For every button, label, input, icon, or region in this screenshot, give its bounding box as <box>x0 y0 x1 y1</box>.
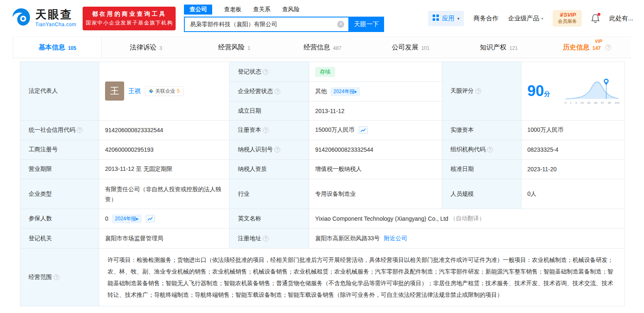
industry-label: 行业 <box>230 179 309 209</box>
promo-line2: 国家中小企业发展子基金旗下机构 <box>83 20 176 27</box>
chevron-down-icon: ▾ <box>541 16 543 21</box>
apps-menu[interactable]: 应用 ▾ <box>428 11 464 26</box>
tianyancha-logo-icon <box>11 7 32 30</box>
org-code-value: 08233325-4 <box>522 140 625 160</box>
user-account[interactable]: 此处有... <box>609 15 633 22</box>
help-icon[interactable]: ? <box>263 236 269 242</box>
credit-code-label: 统一社会信用代码? <box>20 121 99 140</box>
org-code-label: 组织机构代码? <box>442 140 522 160</box>
search-area: 查公司 查老板 查关系 查风险 × 天眼一下 <box>184 5 384 32</box>
svip-member-label: 会员服务 <box>558 19 577 24</box>
tab-history-info[interactable]: VIP 历史信息147 ? <box>543 37 631 58</box>
arrow-right-icon: ▸ <box>136 216 139 222</box>
tab-company-development[interactable]: 公司发展101 <box>367 37 455 58</box>
legal-rep-value: 王 王祺 关联企业5 <box>99 62 230 121</box>
insured-value: 0 2024年报▸ <box>99 209 230 229</box>
scope-value: 许可项目：检验检测服务；货物进出口（依法须经批准的项目，经相关部门批准后方可开展… <box>99 249 625 306</box>
help-icon[interactable]: ? <box>274 147 280 153</box>
notification-dot <box>597 13 600 16</box>
reg-authority-label: 登记机关 <box>20 229 99 249</box>
english-name-value: Yixiao Component Technology (Xiangyang) … <box>309 209 625 229</box>
taxpayer-quality-label: 纳税人资质 <box>230 160 309 179</box>
search-tab-risk[interactable]: 查风险 <box>282 6 299 13</box>
auto-translate-note: （自动翻译） <box>450 215 485 222</box>
taxpayer-id-value: 914206000823332544 <box>309 140 442 160</box>
score-value: 90分 0131550859799100 <box>522 62 625 121</box>
approval-date-label: 核准日期 <box>442 160 522 179</box>
legal-rep-label: 法定代表人 <box>20 62 99 121</box>
tab-operation-risk[interactable]: 经营风险1 <box>190 37 278 58</box>
staff-size-label: 人员规模 <box>442 179 522 209</box>
tab-label: 历史信息 <box>563 43 590 52</box>
header: 天眼查 TianYanCha.com 都在用的商业查询工具 国家中小企业发展子基… <box>0 0 644 37</box>
tab-count: 121 <box>509 45 518 51</box>
address-value: 襄阳市高新区劲风路33号 附近公司 <box>309 229 625 249</box>
enterprise-products-menu[interactable]: 企业级产品 ▾ <box>508 15 543 22</box>
help-icon[interactable]: ? <box>263 69 269 75</box>
company-type-label: 企业类型 <box>20 179 99 209</box>
search-box: × 天眼一下 <box>184 17 384 32</box>
tab-business-info[interactable]: 经营信息487 <box>278 37 366 58</box>
crown-icon: ♛ <box>559 12 564 18</box>
help-icon[interactable]: ? <box>605 44 611 50</box>
notification-bell-icon[interactable] <box>591 14 600 23</box>
score-label: 天眼评分? <box>442 62 522 121</box>
company-type-value: 有限责任公司（非自然人投资或控股的法人独资） <box>99 179 230 209</box>
search-tab-relation[interactable]: 查关系 <box>253 6 270 13</box>
annual-report-badge[interactable]: 2024年报▸ <box>331 87 360 96</box>
address-label: 注册地址? <box>230 229 309 249</box>
svip-member-button[interactable]: ♛SVIP 会员服务 <box>553 10 582 26</box>
tab-basic-info[interactable]: 基本信息105 <box>13 37 102 58</box>
tab-label: 法律诉讼 <box>130 43 157 52</box>
reg-no-label: 工商注册号 <box>20 140 99 160</box>
reg-status-value: 存续 <box>309 62 442 82</box>
tab-legal-litigation[interactable]: 法律诉讼3 <box>102 37 190 58</box>
tab-count: 1 <box>247 45 250 51</box>
score-number: 90 <box>527 82 544 99</box>
approval-date-value: 2023-11-20 <box>522 160 625 179</box>
search-tab-boss[interactable]: 查老板 <box>224 6 241 13</box>
section-tabs: 基本信息105 法律诉讼3 经营风险1 经营信息487 公司发展101 知识产权… <box>13 37 631 58</box>
trend-chart-icon[interactable] <box>146 215 155 222</box>
score-axis: 0131550859799100 <box>565 101 620 104</box>
avatar[interactable]: 王 <box>105 81 124 101</box>
legal-rep-name-link[interactable]: 王祺 <box>128 87 141 95</box>
help-icon[interactable]: ? <box>475 88 481 94</box>
nearby-companies-link[interactable]: 附近公司 <box>384 235 407 242</box>
apps-grid-icon <box>433 15 439 22</box>
tab-label: 经营风险 <box>218 43 245 52</box>
score-unit: 分 <box>544 90 550 97</box>
company-info-table: 法定代表人 王 王祺 关联企业5 登记状态? 存续 天眼评分? 90分 0131… <box>20 62 625 306</box>
reg-authority-value: 襄阳市市场监督管理局 <box>99 229 230 249</box>
gem-icon <box>149 89 154 94</box>
scope-label: 经营范围? <box>20 249 99 306</box>
trend-chart-icon[interactable] <box>359 126 368 134</box>
reg-capital-label: 注册资本? <box>230 121 309 140</box>
promo-line1: 都在用的商业查询工具 <box>83 10 176 18</box>
est-date-label: 成立日期 <box>230 101 309 121</box>
biz-status-label: 企业经营状态? <box>230 82 309 101</box>
tab-label: 公司发展 <box>392 43 418 52</box>
tab-intellectual-property[interactable]: 知识产权121 <box>455 37 543 58</box>
industry-value: 专用设备制造业 <box>309 179 442 209</box>
related-companies-link[interactable]: 关联企业5 <box>145 86 184 96</box>
reg-capital-value: 15000万人民币 <box>309 121 442 140</box>
business-coop-link[interactable]: 商务合作 <box>473 15 498 22</box>
help-icon[interactable]: ? <box>54 274 59 280</box>
clear-search-icon[interactable]: × <box>337 21 344 28</box>
help-icon[interactable]: ? <box>487 147 493 153</box>
help-icon[interactable]: ? <box>263 127 269 133</box>
search-input[interactable] <box>190 21 337 28</box>
search-tabs: 查公司 查老板 查关系 查风险 <box>184 5 384 15</box>
chevron-down-icon: ▾ <box>457 16 459 21</box>
reg-no-value: 420600000295193 <box>99 140 230 160</box>
biz-term-value: 2013-11-12 至 无固定期限 <box>99 160 230 179</box>
tianyancha-logo[interactable]: 天眼查 TianYanCha.com <box>11 7 76 30</box>
business-coop-label: 商务合作 <box>473 15 498 22</box>
annual-report-badge[interactable]: 2024年报▸ <box>112 214 142 223</box>
search-tab-company[interactable]: 查公司 <box>184 5 212 15</box>
search-button[interactable]: 天眼一下 <box>348 17 384 32</box>
tab-label: 经营信息 <box>304 43 330 52</box>
help-icon[interactable]: ? <box>274 89 280 94</box>
help-icon[interactable]: ? <box>77 127 83 133</box>
